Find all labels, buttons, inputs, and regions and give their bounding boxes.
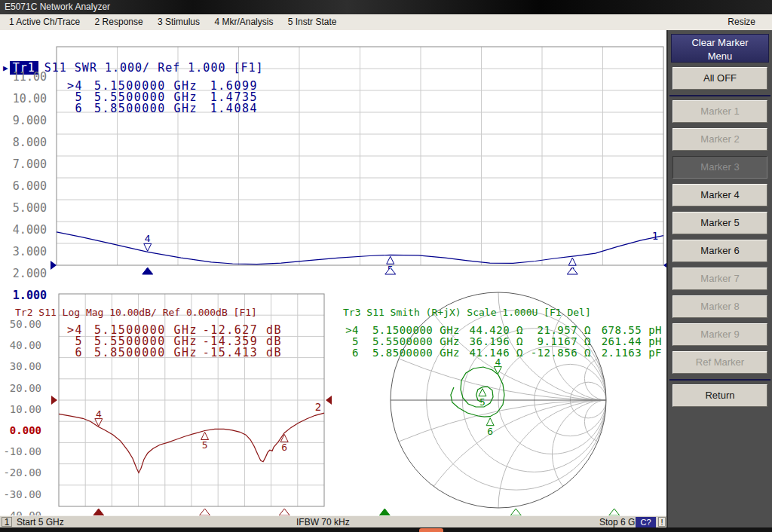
marker-number-label: 2 bbox=[315, 401, 321, 413]
marker-readout-cell: 5.5500000 GHz bbox=[359, 336, 460, 347]
y-axis-tick-label: 0.000 bbox=[0, 424, 41, 436]
menu-item-instr-state[interactable]: 5 Instr State bbox=[285, 14, 340, 30]
y-axis-tick-label: 40.00 bbox=[0, 339, 41, 351]
softkey-menu-title: Clear Marker Menu bbox=[671, 34, 769, 63]
correction-status-badge: C? bbox=[636, 517, 656, 527]
softkey-marker-9: Marker 9 bbox=[672, 323, 767, 346]
marker-number-label: 4 bbox=[96, 408, 102, 420]
marker-symbol[interactable] bbox=[144, 243, 152, 251]
menu-item-active-ch-trace[interactable]: 1 Active Ch/Trace bbox=[6, 14, 83, 30]
marker-number-label: 6 bbox=[281, 442, 287, 453]
marker-symbol[interactable] bbox=[201, 432, 209, 439]
marker-number-label: 4 bbox=[145, 233, 151, 244]
reference-level-arrow bbox=[51, 261, 57, 270]
y-axis-tick-label: 11.00 bbox=[0, 71, 47, 83]
taskbar-app-icon[interactable] bbox=[419, 528, 443, 532]
marker-number-label: 5 bbox=[479, 396, 486, 408]
marker-symbol[interactable] bbox=[479, 389, 486, 396]
y-axis-tick-label: 10.00 bbox=[0, 93, 47, 105]
y-axis-tick-label: -30.00 bbox=[0, 488, 41, 500]
app-window: E5071C Network Analyzer 1 Active Ch/Trac… bbox=[0, 0, 772, 532]
marker-readout-cell: 678.55 pH bbox=[591, 325, 662, 336]
softkey-marker-6[interactable]: Marker 6 bbox=[672, 240, 767, 262]
status-bar: 1 Start 5 GHz IFBW 70 kHz Stop 6 GHz C? … bbox=[0, 515, 666, 528]
softkey-list: All OFFMarker 1Marker 2Marker 3Marker 4M… bbox=[668, 67, 772, 407]
marker-symbol[interactable] bbox=[568, 258, 576, 265]
softkey-panel: Clear Marker Menu All OFFMarker 1Marker … bbox=[666, 30, 772, 527]
marker-number-label: 6 bbox=[487, 426, 493, 437]
marker-readout-cell: 2.1163 pF bbox=[591, 347, 662, 359]
marker-readout-row: >45.1500000 GHz44.420 Ω21.957 Ω678.55 pH bbox=[341, 325, 662, 336]
tr1-marker-table: >45.1500000 GHz1.609955.5500000 GHz1.473… bbox=[60, 81, 258, 115]
y-axis-tick-label: 9.000 bbox=[0, 115, 47, 127]
window-title: E5071C Network Analyzer bbox=[5, 2, 110, 12]
menu-item-stimulus[interactable]: 3 Stimulus bbox=[155, 14, 203, 30]
marker-readout-cell: 6 bbox=[60, 347, 83, 359]
softkey-marker-1: Marker 1 bbox=[672, 100, 767, 123]
softkey-marker-4[interactable]: Marker 4 bbox=[672, 184, 767, 206]
marker-symbol[interactable] bbox=[486, 418, 494, 426]
tr2-marker-table: >45.1500000 GHz-12.627 dB55.5500000 GHz-… bbox=[60, 325, 282, 359]
stimulus-marker bbox=[142, 268, 153, 274]
y-axis-tick-label: 6.000 bbox=[0, 180, 47, 192]
stimulus-marker bbox=[200, 509, 210, 515]
y-axis-tick-label: 30.00 bbox=[0, 360, 41, 372]
marker-readout-cell: 21.957 Ω bbox=[523, 325, 591, 336]
softkey-return[interactable]: Return bbox=[672, 384, 767, 407]
marker-readout-cell: -12.856 Ω bbox=[523, 347, 591, 359]
warning-indicator: ! bbox=[658, 517, 666, 527]
marker-readout-cell: 6 bbox=[60, 103, 83, 115]
marker-readout-cell: 9.1167 Ω bbox=[523, 336, 591, 347]
tr3-marker-table: >45.1500000 GHz44.420 Ω21.957 Ω678.55 pH… bbox=[341, 325, 662, 359]
menu-item-response[interactable]: 2 Response bbox=[92, 14, 146, 30]
tr3-header[interactable]: Tr3 S11 Smith (R+jX) Scale 1.000U [F1 De… bbox=[343, 307, 591, 318]
marker-readout-cell: >4 bbox=[341, 325, 359, 336]
marker-readout-row: 65.8500000 GHz-15.413 dB bbox=[60, 347, 282, 359]
reference-level-arrow bbox=[326, 396, 332, 405]
marker-symbol[interactable] bbox=[494, 367, 501, 375]
y-axis-tick-label: 2.000 bbox=[0, 268, 47, 280]
softkey-separator bbox=[669, 379, 770, 381]
marker-readout-cell: 1.4084 bbox=[198, 103, 258, 115]
y-axis-tick-label: 20.00 bbox=[0, 382, 41, 394]
y-axis-tick-label: -10.00 bbox=[0, 445, 41, 457]
tr1-format-text: S11 SWR 1.000/ Ref 1.000 [F1] bbox=[44, 61, 264, 75]
marker-readout-cell: 5.8500000 GHz bbox=[359, 347, 460, 359]
marker-readout-cell: 5.8500000 GHz bbox=[83, 103, 198, 115]
reference-level-arrow bbox=[51, 396, 57, 405]
stimulus-marker bbox=[609, 509, 620, 515]
softkey-ref-marker: Ref Marker bbox=[672, 351, 767, 374]
marker-readout-cell: 41.146 Ω bbox=[460, 347, 523, 359]
marker-readout-row: 65.8500000 GHz1.4084 bbox=[60, 103, 258, 115]
y-axis-tick-label: 1.000 bbox=[0, 289, 47, 301]
window-title-bar[interactable]: E5071C Network Analyzer bbox=[0, 0, 772, 14]
marker-number-label: 1 bbox=[652, 230, 658, 242]
marker-symbol[interactable] bbox=[387, 256, 394, 264]
stimulus-marker bbox=[279, 509, 290, 515]
marker-readout-cell: -15.413 dB bbox=[198, 347, 282, 359]
channel-number-badge: 1 bbox=[2, 517, 12, 527]
y-axis-tick-label: 7.000 bbox=[0, 158, 47, 170]
ifbw-label: IFBW 70 kHz bbox=[296, 516, 350, 528]
stimulus-marker bbox=[379, 509, 390, 515]
taskbar-strip bbox=[0, 527, 772, 532]
marker-readout-row: 65.8500000 GHz41.146 Ω-12.856 Ω2.1163 pF bbox=[341, 347, 662, 359]
y-axis-tick-label: 3.000 bbox=[0, 246, 47, 258]
marker-readout-cell: 6 bbox=[341, 347, 359, 359]
softkey-marker-5[interactable]: Marker 5 bbox=[672, 212, 767, 234]
marker-readout-cell: 5 bbox=[341, 336, 359, 347]
stimulus-marker bbox=[93, 509, 104, 515]
tr2-header[interactable]: Tr2 S11 Log Mag 10.00dB/ Ref 0.000dB [F1… bbox=[15, 307, 257, 318]
menu-item-resize[interactable]: Resize bbox=[725, 14, 758, 30]
y-axis-tick-label: 10.00 bbox=[0, 403, 41, 415]
softkey-marker-7: Marker 7 bbox=[672, 268, 767, 290]
y-axis-tick-label: 5.000 bbox=[0, 202, 47, 214]
marker-symbol[interactable] bbox=[280, 434, 288, 442]
y-axis-tick-label: 4.000 bbox=[0, 224, 47, 236]
marker-readout-cell: 261.44 pH bbox=[591, 336, 662, 347]
y-axis-tick-label: -20.00 bbox=[0, 466, 41, 478]
marker-number-label: 5 bbox=[202, 439, 208, 451]
menu-item-mkr-analysis[interactable]: 4 Mkr/Analysis bbox=[211, 14, 276, 30]
softkey-marker-3[interactable]: Marker 3 bbox=[672, 156, 767, 179]
softkey-all-off[interactable]: All OFF bbox=[672, 67, 767, 90]
